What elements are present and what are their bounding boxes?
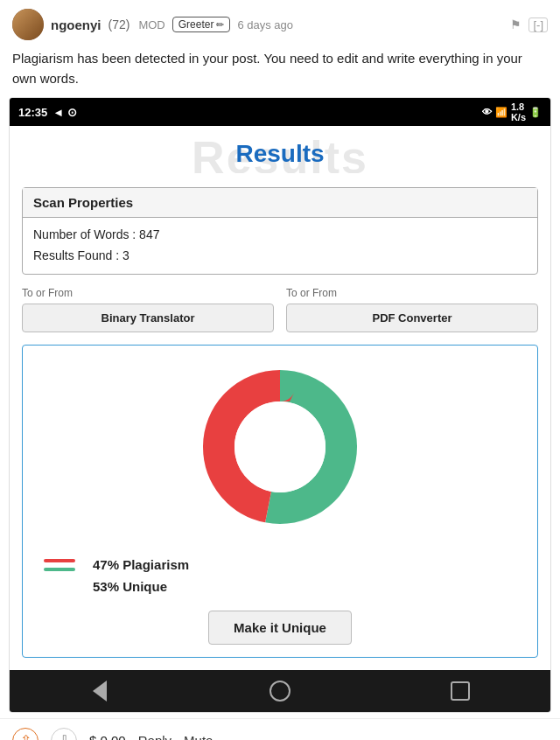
legend-text: 47% Plagiarism 53% Unique: [93, 554, 189, 598]
home-button[interactable]: [268, 679, 292, 703]
status-bar-right: 👁 📶 1.8K/s 🔋: [482, 101, 542, 122]
tool-col-2: To or From PDF Converter: [286, 287, 538, 332]
mod-badge: MOD: [138, 18, 164, 31]
reply-button[interactable]: Reply: [138, 733, 172, 740]
results-main-title: Results: [22, 135, 538, 173]
username[interactable]: ngoenyi: [51, 17, 102, 32]
signal-icons: ◄ ⊙: [52, 106, 76, 119]
binary-translator-button[interactable]: Binary Translator: [22, 304, 274, 332]
recent-square-icon: [451, 681, 470, 701]
chart-legend: 47% Plagiarism 53% Unique: [35, 554, 525, 598]
scan-properties-header: Scan Properties: [23, 188, 537, 218]
phone-nav: [10, 670, 550, 712]
battery-icon: 🔋: [529, 107, 542, 118]
eye-icon: 👁: [482, 107, 492, 117]
words-count: Number of Words : 847: [33, 225, 527, 246]
results-count: Results Found : 3: [33, 246, 527, 267]
tool-row: To or From Binary Translator To or From …: [22, 287, 538, 332]
data-speed: 1.8K/s: [511, 101, 526, 122]
chart-section: 47% Plagiarism 53% Unique Make it Unique: [22, 345, 538, 658]
plagiarism-legend-line: [44, 559, 75, 562]
phone-screenshot: 12:35 ◄ ⊙ 👁 📶 1.8K/s 🔋 Results Results S…: [9, 97, 551, 713]
back-button[interactable]: [88, 679, 112, 703]
unique-label: 53% Unique: [93, 576, 189, 598]
reputation-score: (72): [108, 17, 130, 31]
header-actions: ⚑ [-]: [510, 17, 548, 32]
signal-strength-icon: 📶: [495, 107, 508, 118]
tool-col-1: To or From Binary Translator: [22, 287, 274, 332]
pdf-converter-button[interactable]: PDF Converter: [286, 304, 538, 332]
payout-amount: $ 0.00: [89, 733, 126, 740]
scan-properties-box: Scan Properties Number of Words : 847 Re…: [22, 187, 538, 275]
status-bar: 12:35 ◄ ⊙ 👁 📶 1.8K/s 🔋: [10, 98, 550, 126]
vote-up-button[interactable]: ⇧: [12, 728, 38, 740]
status-bar-left: 12:35 ◄ ⊙: [18, 106, 77, 119]
post-header: ngoenyi (72) MOD Greeter ✏ 6 days ago ⚑ …: [0, 0, 560, 45]
flag-icon[interactable]: ⚑: [510, 17, 522, 31]
unique-legend-line: [44, 568, 75, 571]
collapse-button[interactable]: [-]: [528, 17, 548, 32]
svg-point-2: [234, 401, 326, 492]
home-circle-icon: [270, 681, 290, 702]
make-unique-button[interactable]: Make it Unique: [208, 611, 352, 645]
tool-label-1: To or From: [22, 287, 274, 299]
post-body: Plagiarism has been detected in your pos…: [0, 45, 560, 97]
greeter-badge: Greeter ✏: [172, 17, 231, 32]
recent-button[interactable]: [448, 679, 472, 703]
avatar: [12, 9, 44, 40]
results-page: Results Results Scan Properties Number o…: [10, 126, 550, 670]
pencil-icon: ✏: [216, 19, 224, 31]
bottom-action-bar: ⇧ ⇩ $ 0.00 Reply Mute: [0, 718, 560, 740]
back-triangle-icon: [93, 681, 107, 702]
timestamp: 6 days ago: [237, 18, 293, 31]
results-title-area: Results Results: [22, 135, 538, 173]
vote-down-button[interactable]: ⇩: [51, 728, 77, 740]
scan-properties-body: Number of Words : 847 Results Found : 3: [23, 218, 537, 274]
plagiarism-label: 47% Plagiarism: [93, 554, 189, 576]
legend-lines: [44, 554, 75, 571]
tool-label-2: To or From: [286, 287, 538, 299]
time-display: 12:35: [18, 106, 47, 119]
mute-button[interactable]: Mute: [184, 733, 213, 740]
donut-chart: [192, 360, 368, 538]
